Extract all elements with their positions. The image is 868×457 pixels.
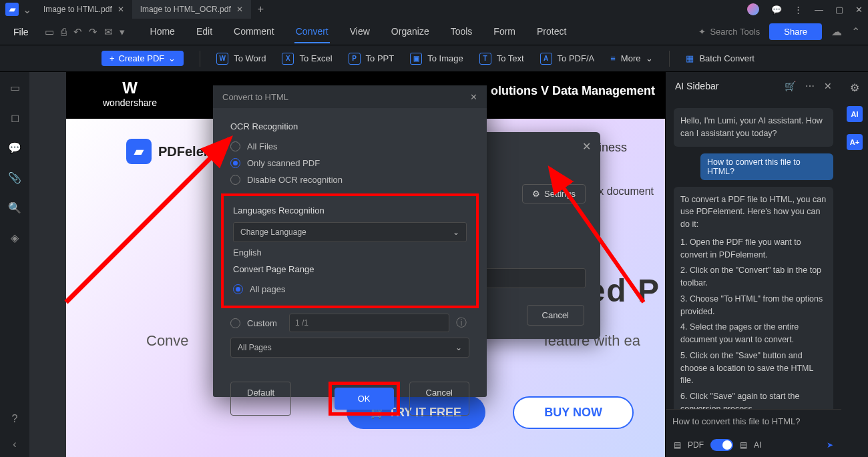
chat-icon[interactable]: 💬	[771, 5, 782, 15]
new-tab-button[interactable]: +	[251, 3, 270, 15]
send-icon[interactable]: ➤	[827, 440, 833, 450]
attachment-icon[interactable]: 📎	[8, 171, 21, 184]
page-text: Conve	[146, 332, 189, 350]
to-excel-button[interactable]: XTo Excel	[282, 53, 332, 65]
ai-icon: ▤	[740, 440, 747, 450]
close-icon[interactable]: ✕	[118, 5, 124, 14]
ai-tool-icon[interactable]: AI	[847, 106, 863, 122]
pdfelement-logo: ▰PDFelem	[126, 139, 216, 164]
to-pdfa-button[interactable]: ATo PDF/A	[540, 53, 595, 65]
share-button[interactable]: Share	[769, 23, 822, 40]
to-word-button[interactable]: WTo Word	[216, 53, 266, 65]
cloud-icon[interactable]: ☁	[831, 25, 842, 38]
batch-convert-button[interactable]: ▦Batch Convert	[686, 53, 754, 63]
print-icon[interactable]: ⎙	[61, 26, 67, 38]
radio-all-files[interactable]: All Files	[230, 138, 469, 155]
menu-form[interactable]: Form	[492, 21, 517, 43]
dialog-title: Convert to HTML	[222, 92, 288, 102]
to-image-button[interactable]: ▣To Image	[410, 53, 463, 65]
settings-button[interactable]: ⚙Settings	[522, 184, 586, 203]
language-value: English	[233, 248, 467, 258]
section-label: Convert Page Range	[233, 264, 467, 274]
menu-organize[interactable]: Organize	[390, 21, 431, 43]
menu-view[interactable]: View	[349, 21, 371, 43]
radio-scanned-pdf[interactable]: Only scanned PDF	[230, 155, 469, 171]
language-combo[interactable]: Change Language⌄	[233, 222, 467, 242]
right-rail: ⚙ AI A+	[841, 72, 868, 457]
highlight-box: OK	[329, 382, 400, 416]
help-icon[interactable]: ?	[12, 413, 18, 425]
user-message: How to convert this file to HTML?	[700, 153, 833, 180]
ai-input[interactable]: How to convert this file to HTML?	[666, 409, 841, 433]
menu-bar: File ▭ ⎙ ↶ ↷ ✉ ▾ Home Edit Comment Conve…	[0, 19, 868, 45]
mail-icon[interactable]: ✉	[104, 26, 113, 38]
tab-1[interactable]: Image to HTML.pdf✕	[35, 0, 132, 19]
left-rail: ▭ ◻ 💬 📎 🔍 ◈ ? ‹	[0, 72, 29, 457]
sliders-icon[interactable]: ⚙	[850, 81, 859, 94]
radio-custom[interactable]: Custom	[230, 315, 282, 332]
menu-icon: ≡	[610, 53, 616, 63]
close-window-icon[interactable]: ✕	[855, 5, 863, 15]
ai-tool-icon-2[interactable]: A+	[847, 134, 863, 150]
menu-tools[interactable]: Tools	[449, 21, 474, 43]
cancel-button[interactable]: Cancel	[527, 305, 584, 326]
user-avatar[interactable]	[747, 3, 759, 15]
close-icon[interactable]: ✕	[470, 92, 477, 102]
to-text-button[interactable]: TTo Text	[479, 53, 524, 65]
toolbar: +Create PDF⌄ WTo Word XTo Excel PTo PPT …	[0, 45, 868, 72]
chevron-up-icon[interactable]: ⌃	[851, 25, 860, 38]
to-ppt-button[interactable]: PTo PPT	[349, 53, 395, 65]
tab-list-icon[interactable]: ⌄	[23, 3, 31, 16]
undo-icon[interactable]: ↶	[73, 26, 82, 38]
radio-all-pages[interactable]: All pages	[233, 281, 467, 298]
menu-edit[interactable]: Edit	[195, 21, 214, 43]
close-icon[interactable]: ✕	[582, 140, 591, 153]
menu-home[interactable]: Home	[149, 21, 176, 43]
menu-protect[interactable]: Protect	[535, 21, 568, 43]
radio-disable-ocr[interactable]: Disable OCR recognition	[230, 171, 469, 188]
minimize-icon[interactable]: —	[815, 5, 823, 15]
cart-icon[interactable]: 🛒	[785, 81, 796, 91]
ok-button[interactable]: OK	[335, 388, 394, 410]
search-icon[interactable]: 🔍	[8, 201, 21, 214]
bookmark-icon[interactable]: ◻	[11, 111, 19, 124]
open-icon[interactable]: ▭	[45, 26, 54, 38]
comment-icon[interactable]: 💬	[8, 141, 21, 154]
page-header-text: olutions V Data Management	[491, 84, 655, 98]
document-area: Wwondershare Vide olutions V Data Manage…	[29, 72, 665, 457]
ai-sidebar: AI Sidebar 🛒 ⋯ ✕ Hello, I'm Lumi, your A…	[665, 72, 841, 457]
section-label: OCR Recognition	[230, 121, 469, 131]
info-icon[interactable]: ⓘ	[456, 316, 467, 330]
page-range-input[interactable]	[289, 314, 449, 332]
file-menu[interactable]: File	[8, 24, 34, 40]
menu-icon[interactable]: ⋮	[794, 5, 803, 15]
pages-combo[interactable]: All Pages⌄	[230, 338, 469, 358]
tab-2[interactable]: Image to HTML_OCR.pdf✕	[132, 0, 251, 19]
chevron-down-icon: ⌄	[455, 343, 462, 352]
more-icon[interactable]: ⋯	[805, 81, 815, 91]
sparkle-icon: ✦	[698, 27, 706, 37]
close-icon[interactable]: ✕	[236, 5, 243, 14]
pdf-toggle[interactable]	[710, 439, 733, 451]
menu-comment[interactable]: Comment	[232, 21, 276, 43]
page-icon[interactable]: ▭	[10, 81, 20, 94]
section-label: Languages Recognition	[233, 205, 467, 215]
chevron-down-icon: ⌄	[453, 227, 459, 237]
close-icon[interactable]: ✕	[824, 81, 832, 91]
layers-icon[interactable]: ◈	[11, 232, 19, 244]
default-button[interactable]: Default	[230, 382, 291, 416]
maximize-icon[interactable]: ▢	[835, 5, 843, 15]
gear-icon: ⚙	[532, 189, 540, 199]
wondershare-logo: Wwondershare	[103, 79, 157, 108]
create-pdf-button[interactable]: +Create PDF⌄	[101, 51, 184, 66]
buy-now-button: BUY NOW	[513, 396, 634, 429]
ai-message: Hello, I'm Lumi, your AI assistant. How …	[674, 108, 833, 147]
dropdown-icon[interactable]: ▾	[120, 26, 125, 38]
menu-convert[interactable]: Convert	[294, 21, 330, 43]
page-text: iness	[599, 141, 627, 155]
more-button[interactable]: ≡More⌄	[610, 53, 653, 63]
redo-icon[interactable]: ↷	[89, 26, 97, 38]
search-tools[interactable]: ✦Search Tools	[698, 27, 760, 37]
cancel-button[interactable]: Cancel	[409, 382, 469, 416]
collapse-icon[interactable]: ‹	[13, 438, 16, 450]
